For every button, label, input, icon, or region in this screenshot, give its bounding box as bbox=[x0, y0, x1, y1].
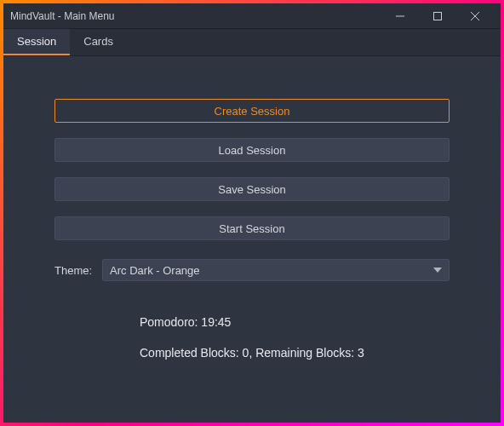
load-session-button[interactable]: Load Session bbox=[54, 138, 450, 162]
content-area: Create Session Load Session Save Session… bbox=[3, 56, 501, 423]
minimize-icon bbox=[396, 12, 404, 20]
minimize-button[interactable] bbox=[381, 3, 419, 29]
svg-rect-1 bbox=[434, 12, 442, 20]
tab-cards[interactable]: Cards bbox=[70, 29, 127, 55]
svg-marker-4 bbox=[433, 268, 442, 273]
theme-select[interactable]: Arc Dark - Orange bbox=[102, 259, 450, 281]
titlebar: MindVault - Main Menu bbox=[3, 3, 501, 29]
tab-label: Cards bbox=[83, 35, 113, 48]
theme-row: Theme: Arc Dark - Orange bbox=[54, 259, 450, 281]
tab-label: Session bbox=[17, 35, 56, 48]
close-button[interactable] bbox=[456, 3, 494, 29]
window-title: MindVault - Main Menu bbox=[10, 10, 381, 22]
window-controls bbox=[381, 3, 494, 29]
maximize-icon bbox=[433, 12, 442, 20]
save-session-button[interactable]: Save Session bbox=[54, 177, 450, 201]
theme-label: Theme: bbox=[54, 264, 92, 277]
app-window: MindVault - Main Menu Session Cards Crea… bbox=[3, 3, 501, 423]
maximize-button[interactable] bbox=[419, 3, 456, 29]
create-session-button[interactable]: Create Session bbox=[54, 99, 450, 123]
tab-session[interactable]: Session bbox=[3, 29, 70, 55]
start-session-button[interactable]: Start Session bbox=[54, 216, 450, 240]
status-area: Pomodoro: 19:45 Completed Blocks: 0, Rem… bbox=[54, 315, 450, 377]
close-icon bbox=[471, 12, 479, 20]
blocks-status: Completed Blocks: 0, Remaining Blocks: 3 bbox=[140, 346, 450, 360]
chevron-down-icon bbox=[433, 264, 442, 277]
theme-select-value: Arc Dark - Orange bbox=[110, 264, 199, 277]
pomodoro-status: Pomodoro: 19:45 bbox=[140, 315, 450, 329]
tabbar: Session Cards bbox=[3, 29, 501, 56]
